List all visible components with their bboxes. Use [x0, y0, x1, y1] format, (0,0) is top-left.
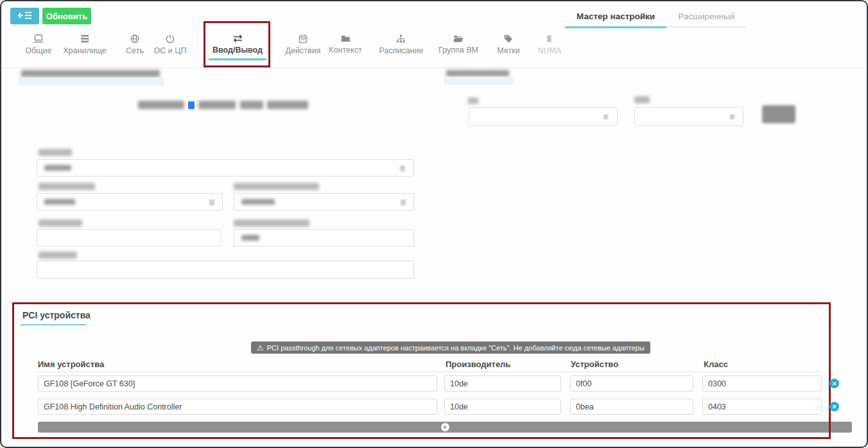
- tab-wizard-mode[interactable]: Мастер настройки: [565, 9, 666, 28]
- pci-device-name-input[interactable]: [38, 399, 437, 415]
- back-list-icon: [18, 11, 32, 22]
- column-header-class: Класс: [704, 359, 728, 369]
- tab-label: ОС и ЦП: [154, 46, 187, 55]
- redacted-section-heading: [21, 70, 160, 77]
- redacted-text: [241, 199, 275, 205]
- pci-class-input[interactable]: [702, 399, 822, 415]
- redacted-field-label: [634, 96, 650, 103]
- redacted-title-text: [240, 101, 263, 109]
- view-switch: Мастер настройки Расширенный: [565, 9, 747, 28]
- pci-class-input[interactable]: [702, 375, 822, 392]
- tab-schedule[interactable]: Расписание: [379, 34, 424, 61]
- refresh-button[interactable]: Обновить: [42, 8, 91, 24]
- column-header-vendor: Производитель: [446, 359, 510, 369]
- storage-icon: [63, 34, 107, 44]
- tab-advanced-mode[interactable]: Расширенный: [666, 9, 746, 28]
- tab-label: Контекст: [329, 46, 361, 55]
- tab-label: NUMA: [538, 46, 562, 55]
- tab-label: Общие: [25, 46, 51, 55]
- tabbar-divider: [1, 67, 867, 68]
- redacted-title-text: [138, 101, 184, 109]
- tab-storage[interactable]: Хранилище: [63, 34, 107, 61]
- power-icon: [154, 34, 187, 44]
- delete-row-button[interactable]: ✕: [829, 402, 839, 411]
- redacted-select[interactable]: [37, 193, 223, 211]
- vm-update-wizard-window: Обновить Мастер настройки Расширенный Об…: [0, 0, 868, 448]
- column-header-device-name: Имя устройства: [38, 359, 104, 369]
- redacted-button[interactable]: [762, 105, 795, 123]
- tab-label: Расписание: [379, 46, 424, 55]
- pci-device-name-input[interactable]: [38, 375, 437, 392]
- exchange-icon: [213, 34, 263, 43]
- redacted-input[interactable]: [37, 229, 221, 246]
- x-circle-icon: ✕: [832, 404, 837, 410]
- redacted-title-text: [267, 101, 308, 109]
- section-heading-highlight: [18, 78, 164, 85]
- redacted-section-heading: [446, 70, 509, 76]
- pci-vendor-input[interactable]: [444, 399, 561, 415]
- tab-actions[interactable]: Действия: [286, 34, 321, 61]
- chevron-down-icon: [400, 166, 405, 171]
- redacted-field-label: [468, 98, 478, 104]
- tag-icon: [497, 34, 519, 44]
- tab-labels[interactable]: Метки: [497, 34, 519, 61]
- tab-label: Хранилище: [63, 46, 107, 55]
- tab-label: Действия: [286, 46, 321, 55]
- chevron-down-icon: [209, 200, 214, 205]
- redacted-field-label: [234, 183, 319, 190]
- microchip-icon: [538, 34, 562, 44]
- x-circle-icon: ✕: [832, 381, 837, 387]
- tab-label: Ввод/Вывод: [213, 46, 263, 55]
- pci-title-underline: [21, 324, 86, 325]
- redacted-text: [44, 165, 71, 171]
- tab-general[interactable]: Общие: [25, 34, 51, 61]
- tab-label: Группа ВМ: [438, 46, 478, 55]
- redacted-field-label: [39, 183, 95, 190]
- tab-label: Сеть: [126, 46, 144, 55]
- tab-numa[interactable]: NUMA: [538, 34, 562, 61]
- redacted-field-label: [234, 220, 309, 227]
- pci-device-id-input[interactable]: [570, 399, 693, 415]
- redacted-field-label: [39, 149, 72, 156]
- redacted-title-blue-mark: [188, 101, 195, 109]
- redacted-select[interactable]: [37, 159, 414, 177]
- redacted-select[interactable]: [468, 107, 618, 126]
- chevron-down-icon: [730, 114, 734, 119]
- tab-network[interactable]: Сеть: [126, 34, 144, 61]
- table-header-divider: [37, 372, 822, 372]
- add-pci-device-button[interactable]: +: [38, 422, 852, 433]
- calendar-icon: [286, 34, 321, 44]
- redacted-select[interactable]: [634, 107, 743, 126]
- redacted-field-label: [39, 252, 77, 259]
- back-to-list-button[interactable]: [10, 8, 39, 24]
- redacted-input[interactable]: [37, 261, 414, 279]
- pci-vendor-input[interactable]: [444, 375, 561, 392]
- pci-warning-tooltip: ⚠ PCI passthrough для сетевых адаптеров …: [251, 341, 650, 354]
- chevron-down-icon: [401, 200, 406, 205]
- redacted-select[interactable]: [234, 193, 414, 211]
- folder-icon: [329, 34, 361, 43]
- redacted-text: [241, 235, 259, 241]
- redacted-input[interactable]: [234, 229, 414, 246]
- section-heading-highlight: [444, 77, 514, 85]
- tab-os-cpu[interactable]: ОС и ЦП: [154, 34, 187, 61]
- warning-triangle-icon: ⚠: [257, 344, 264, 352]
- plus-circle-icon: +: [441, 423, 449, 431]
- tab-vm-group[interactable]: Группа ВМ: [438, 34, 478, 60]
- column-header-device: Устройство: [571, 359, 618, 369]
- pci-warning-text: PCI passthrough для сетевых адаптеров на…: [267, 344, 645, 352]
- pci-device-id-input[interactable]: [570, 375, 693, 392]
- tab-input-output[interactable]: Ввод/Вывод: [213, 34, 263, 60]
- chevron-down-icon: [603, 114, 608, 119]
- tab-context[interactable]: Контекст: [329, 34, 361, 60]
- tab-label: Метки: [497, 46, 519, 55]
- pci-section-title: PCI устройства: [22, 310, 91, 320]
- redacted-text: [44, 199, 75, 205]
- sitemap-icon: [379, 34, 424, 44]
- redacted-field-label: [39, 220, 82, 227]
- annotation-box-pci-section: [12, 302, 831, 439]
- redacted-title-text: [198, 101, 236, 109]
- globe-icon: [126, 34, 144, 44]
- folder-open-icon: [438, 34, 478, 43]
- delete-row-button[interactable]: ✕: [829, 379, 839, 388]
